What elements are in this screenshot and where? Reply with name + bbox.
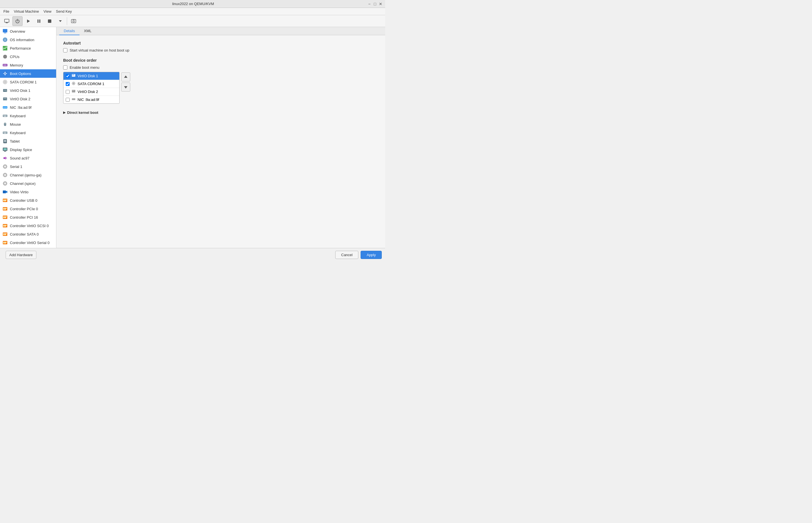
sidebar-item-nic[interactable]: NIC :9a:ad:9f [0, 103, 56, 112]
svg-rect-86 [5, 216, 6, 218]
tablet-icon [2, 138, 8, 144]
sidebar-item-serial-1[interactable]: Serial 1 [0, 162, 56, 171]
boot-item-virtio-disk-1[interactable]: VirtIO Disk 1 [64, 72, 119, 80]
sidebar-item-label: Channel (qemu-ga) [10, 173, 41, 177]
svg-text:i: i [5, 38, 6, 41]
sidebar-item-controller-virtio-scsi-0[interactable]: Controller VirtIO SCSI 0 [0, 221, 56, 230]
maximize-button[interactable]: □ [373, 2, 377, 6]
add-hardware-button[interactable]: Add Hardware [6, 251, 36, 259]
svg-rect-20 [4, 55, 5, 55]
sidebar-item-virtio-disk-1[interactable]: VirtIO Disk 1 [0, 86, 56, 95]
apply-button[interactable]: Apply [360, 251, 382, 259]
sidebar-item-controller-sata-0[interactable]: Controller SATA 0 [0, 230, 56, 238]
boot-item-nic-checkbox[interactable] [66, 98, 70, 102]
sidebar-item-label: Video Virtio [10, 190, 29, 194]
stop-button[interactable] [45, 16, 55, 26]
menu-send-key[interactable]: Send Key [54, 8, 74, 14]
power-button[interactable] [13, 16, 22, 26]
svg-rect-115 [74, 99, 75, 100]
enable-boot-menu-checkbox[interactable] [63, 65, 67, 70]
svg-rect-93 [3, 233, 4, 235]
sidebar-item-overview[interactable]: Overview [0, 27, 56, 36]
video-virtio-icon [2, 189, 8, 195]
boot-item-sata-cdrom-1[interactable]: SATA CDROM 1 [64, 80, 119, 88]
enable-boot-menu-label: Enable boot menu [70, 65, 100, 70]
sidebar-item-controller-virtio-serial-0[interactable]: Controller VirtIO Serial 0 [0, 238, 56, 247]
sidebar-item-tablet[interactable]: Tablet [0, 137, 56, 145]
show-console-button[interactable] [2, 16, 12, 26]
svg-rect-25 [3, 65, 4, 66]
window-controls: − □ ✕ [367, 2, 383, 6]
titlebar: linux2022 on QEMU/KVM − □ ✕ [0, 0, 385, 8]
svg-rect-50 [5, 115, 6, 116]
minimize-button[interactable]: − [367, 2, 372, 6]
sidebar-item-keyboard[interactable]: Keyboard [0, 112, 56, 120]
svg-rect-14 [3, 46, 7, 51]
sidebar-item-label: CPUs [10, 55, 19, 59]
boot-item-virtio-disk-1-checkbox[interactable] [66, 74, 70, 78]
tab-xml[interactable]: XML [80, 27, 96, 35]
sidebar-item-performance[interactable]: Performance [0, 44, 56, 52]
toolbar-separator [67, 17, 67, 25]
sidebar-item-sata-cdrom-1[interactable]: SATA CDROM 1 [0, 78, 56, 86]
serial-1-icon [2, 164, 8, 169]
svg-rect-66 [3, 148, 7, 150]
move-down-button[interactable] [121, 83, 130, 92]
sidebar-item-channel-spice[interactable]: Channel (spice) [0, 179, 56, 188]
autostart-checkbox-row: Start virtual machine on host boot up [63, 48, 378, 52]
boot-item-virtio-disk-2-label: VirtIO Disk 2 [77, 90, 98, 94]
direct-kernel-boot-header[interactable]: ▶ Direct kernel boot [63, 109, 378, 116]
autostart-checkbox[interactable] [63, 48, 67, 52]
close-button[interactable]: ✕ [378, 2, 383, 6]
sidebar-item-virtio-disk-2[interactable]: VirtIO Disk 2 [0, 95, 56, 103]
boot-item-virtio-disk-2-checkbox[interactable] [66, 90, 70, 94]
bottom-right-actions: Cancel Apply [335, 251, 382, 259]
svg-rect-16 [3, 56, 4, 57]
sidebar-item-controller-pci-16[interactable]: Controller PCI 16 [0, 213, 56, 221]
svg-rect-1 [6, 22, 8, 23]
performance-icon [2, 46, 8, 51]
sidebar-item-controller-usb-0[interactable]: Controller USB 0 [0, 196, 56, 204]
svg-rect-45 [5, 107, 6, 108]
sidebar-item-controller-pcie-0[interactable]: Controller PCIe 0 [0, 204, 56, 213]
sidebar-item-boot-options[interactable]: Boot Options [0, 69, 56, 78]
boot-item-virtio-disk-2[interactable]: VirtIO Disk 2 [64, 88, 119, 96]
menu-file[interactable]: File [1, 8, 12, 14]
sidebar-item-cpus[interactable]: CPUs [0, 52, 56, 61]
sidebar-item-display-spice[interactable]: Display Spice [0, 145, 56, 154]
sidebar-item-keyboard2[interactable]: Keyboard [0, 128, 56, 137]
svg-rect-113 [72, 99, 73, 100]
boot-item-virtio-disk-1-icon [72, 74, 75, 78]
svg-point-8 [73, 20, 74, 22]
pause-button[interactable] [34, 16, 44, 26]
svg-rect-56 [3, 132, 4, 133]
svg-rect-79 [6, 199, 7, 200]
menu-view[interactable]: View [41, 8, 54, 14]
channel-spice-icon [2, 181, 8, 186]
menu-virtual-machine[interactable]: Virtual Machine [12, 8, 41, 14]
play-button[interactable] [23, 16, 33, 26]
sidebar-item-memory[interactable]: Memory [0, 61, 56, 69]
sidebar-item-video-virtio[interactable]: Video Virtio [0, 188, 56, 196]
svg-rect-81 [3, 208, 4, 210]
sidebar-item-channel-qemu-ga[interactable]: Channel (qemu-ga) [0, 171, 56, 179]
cancel-button[interactable]: Cancel [335, 251, 358, 259]
boot-item-sata-cdrom-1-checkbox[interactable] [66, 82, 70, 86]
move-up-button[interactable] [121, 72, 130, 82]
svg-rect-3 [37, 19, 39, 23]
svg-rect-27 [5, 65, 6, 66]
svg-rect-110 [72, 90, 75, 92]
svg-rect-5 [48, 19, 51, 23]
snapshot-dropdown-button[interactable] [55, 16, 66, 26]
sidebar-item-os-information[interactable]: i OS information [0, 36, 56, 44]
tab-details[interactable]: Details [59, 27, 80, 35]
screenshot-button[interactable] [69, 16, 79, 26]
svg-rect-95 [6, 233, 7, 234]
svg-rect-114 [73, 99, 74, 100]
sidebar-item-mouse[interactable]: Mouse [0, 120, 56, 128]
boot-item-nic[interactable]: NIC :9a:ad:9f [64, 96, 119, 104]
sidebar-item-label: Performance [10, 46, 31, 51]
boot-item-virtio-disk-1-label: VirtIO Disk 1 [77, 74, 98, 78]
sidebar-item-sound-ac97[interactable]: Sound ac97 [0, 154, 56, 162]
boot-device-order-section: Boot device order Enable boot menu [63, 58, 378, 104]
